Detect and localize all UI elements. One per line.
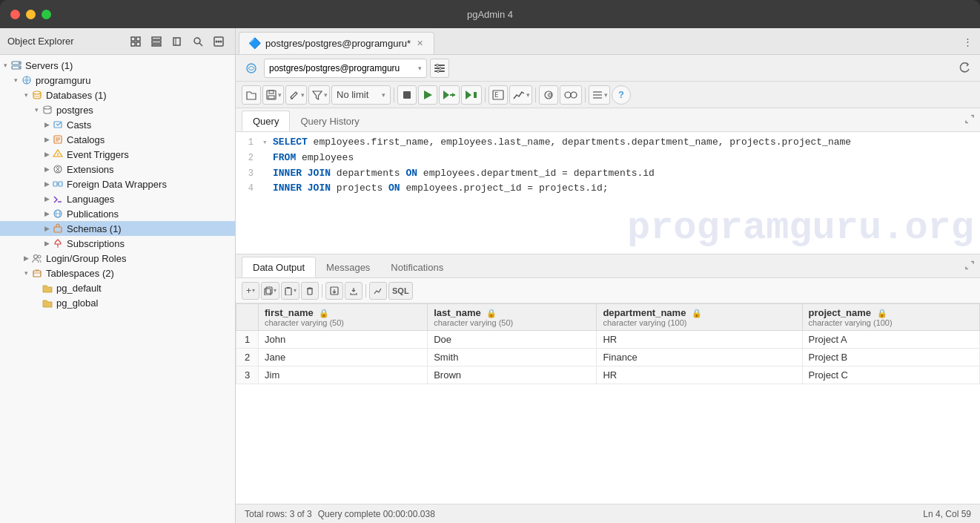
query-tab-history[interactable]: Query History [290, 111, 369, 131]
sidebar-item-foreign-data-wrappers[interactable]: ▶ Foreign Data Wrappers [0, 177, 235, 191]
help-btn[interactable]: ? [612, 85, 631, 105]
data-table-wrap: first_name 🔒character varying (50)last_n… [236, 303, 980, 504]
svg-point-20 [44, 106, 51, 109]
row-num: 2 [236, 349, 259, 366]
svg-point-13 [218, 40, 220, 42]
col-header-department_name[interactable]: department_name 🔒character varying (100) [597, 304, 802, 331]
sidebar-item-tablespaces[interactable]: ▾ Tablespaces (2) [0, 266, 235, 280]
query-tab-query[interactable]: Query [242, 111, 290, 131]
sidebar-item-login-group-roles[interactable]: ▶ Login/Group Roles [0, 251, 235, 266]
sidebar-item-pg-global[interactable]: pg_global [0, 295, 235, 310]
add-row-btn[interactable]: +▾ [242, 282, 259, 300]
expand-editor-btn[interactable] [965, 114, 974, 125]
save-btn[interactable]: ▾ [262, 85, 284, 105]
tree-icon-pg-global [42, 297, 53, 309]
notifications-tab[interactable]: Notifications [380, 257, 454, 277]
refresh-btn[interactable] [955, 59, 974, 78]
limit-btn[interactable]: No limit ▾ [331, 85, 391, 105]
stop-btn[interactable] [397, 85, 417, 105]
sidebar-item-subscriptions[interactable]: ▶ Subscriptions [0, 236, 235, 251]
connection-settings-btn[interactable] [430, 59, 449, 78]
delete-row-btn[interactable] [301, 282, 319, 300]
sidebar-item-extensions[interactable]: ▶ Extensions [0, 162, 235, 177]
sql-btn[interactable]: SQL [388, 282, 413, 300]
sidebar-item-programguru[interactable]: ▾ programguru [0, 73, 235, 88]
sidebar-search-btn[interactable] [189, 33, 207, 50]
data-output-tab[interactable]: Data Output [242, 257, 316, 277]
svg-text:E: E [494, 91, 498, 99]
analyze-btn[interactable]: ▾ [509, 85, 532, 105]
list-arrow: ▾ [604, 91, 608, 99]
sidebar-item-catalogs[interactable]: ▶ Catalogs [0, 132, 235, 147]
chart-btn[interactable] [369, 282, 387, 300]
sidebar-btn-3[interactable] [168, 33, 186, 50]
col-header-last_name[interactable]: last_name 🔒character varying (50) [428, 304, 597, 331]
sidebar-item-pg-default[interactable]: pg_default [0, 280, 235, 295]
macros-btn[interactable]: ⚙ [539, 85, 558, 105]
connection-selector[interactable]: postgres/postgres@programguru ▾ [264, 59, 427, 78]
svg-point-68 [571, 92, 577, 98]
maximize-button[interactable] [42, 10, 51, 19]
sidebar-btn-1[interactable] [127, 33, 145, 50]
run-explain-btn[interactable] [439, 85, 460, 105]
copy-row-btn[interactable]: ▾ [261, 282, 279, 300]
cursor-position: Ln 4, Col 59 [923, 509, 971, 519]
line-num-2: 2 [242, 151, 262, 165]
cell-project_name: Project C [802, 366, 979, 384]
tab-close-btn[interactable]: ✕ [415, 37, 425, 50]
tree-label-postgres: postgres [56, 105, 93, 116]
run-explain2-btn[interactable] [461, 85, 482, 105]
toolbar-row-1: postgres/postgres@programguru ▾ [236, 55, 980, 82]
macros2-btn[interactable] [560, 85, 582, 105]
sidebar-btn-2[interactable] [148, 33, 165, 50]
col-type-project_name: character varying (100) [809, 318, 973, 327]
sql-keyword: SELECT [273, 136, 314, 148]
sidebar-item-postgres[interactable]: ▾ postgres [0, 102, 235, 117]
svg-rect-7 [173, 38, 180, 45]
sidebar-btn-5[interactable] [210, 33, 228, 50]
sidebar-item-casts[interactable]: ▶ Casts [0, 117, 235, 132]
tab-more-btn[interactable]: ⋮ [963, 36, 973, 47]
open-file-btn[interactable] [242, 85, 261, 105]
col-header-rownum [236, 304, 259, 331]
bottom-panel: Data Output Messages Notifications +▾ [236, 254, 980, 504]
sidebar-item-servers[interactable]: ▾ Servers (1) [0, 58, 235, 73]
import-btn[interactable] [325, 282, 343, 300]
list-btn[interactable]: ▾ [589, 85, 610, 105]
edit-arrow: ▾ [301, 91, 305, 99]
app-title: pgAdmin 4 [467, 9, 513, 20]
paste-row-btn[interactable]: ▾ [281, 282, 299, 300]
tree-label-databases: Databases (1) [46, 90, 107, 101]
minimize-button[interactable] [26, 10, 36, 19]
sidebar-item-schemas[interactable]: ▶ Schemas (1) [0, 221, 235, 236]
col-header-first_name[interactable]: first_name 🔒character varying (50) [259, 304, 428, 331]
table-row: 3JimBrownHRProject C [236, 366, 980, 384]
close-button[interactable] [10, 10, 20, 19]
filter-btn[interactable]: ▾ [308, 85, 330, 105]
line-num-4: 4 [242, 182, 262, 196]
edit-btn[interactable]: ▾ [285, 85, 307, 105]
svg-text:⚙: ⚙ [547, 92, 552, 99]
tree-icon-foreign-data-wrappers [52, 178, 64, 190]
run-btn[interactable] [418, 85, 437, 105]
sidebar-item-publications[interactable]: ▶ Publications [0, 206, 235, 221]
connection-icon-btn[interactable] [242, 59, 261, 78]
svg-rect-3 [136, 42, 140, 46]
svg-rect-75 [287, 287, 290, 289]
tree-label-catalogs: Catalogs [67, 134, 105, 145]
col-header-project_name[interactable]: project_name 🔒character varying (100) [802, 304, 979, 331]
explain-btn[interactable]: E [489, 85, 508, 105]
query-tab[interactable]: 🔷 postgres/postgres@programguru* ✕ [239, 32, 434, 54]
download-btn[interactable] [345, 282, 362, 300]
row-num: 1 [236, 331, 259, 349]
sql-editor[interactable]: 1▾SELECT employees.first_name, employees… [236, 132, 980, 254]
cell-department_name: HR [597, 366, 802, 384]
messages-tab[interactable]: Messages [316, 257, 380, 277]
sidebar-item-databases[interactable]: ▾ Databases (1) [0, 88, 235, 102]
expand-output-btn[interactable] [965, 260, 974, 272]
svg-marker-55 [313, 91, 322, 99]
tree-arrow-tablespaces: ▾ [21, 268, 31, 278]
sidebar-item-event-triggers[interactable]: ▶ Event Triggers [0, 147, 235, 162]
tab-bar: 🔷 postgres/postgres@programguru* ✕ ⋮ [236, 28, 980, 55]
sidebar-item-languages[interactable]: ▶ Languages [0, 191, 235, 206]
